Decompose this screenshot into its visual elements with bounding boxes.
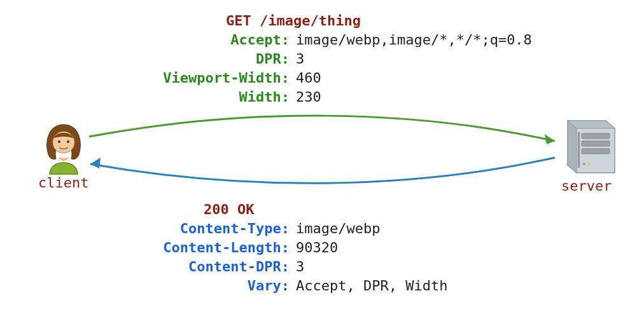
svg-marker-10 xyxy=(90,158,101,168)
http-request-header: Viewport-Width:460 xyxy=(0,69,644,88)
svg-point-7 xyxy=(583,163,585,165)
svg-marker-9 xyxy=(545,134,555,144)
http-request-header: Width:230 xyxy=(0,88,644,107)
svg-point-2 xyxy=(67,140,69,143)
svg-rect-5 xyxy=(582,149,610,154)
svg-rect-3 xyxy=(582,133,610,139)
svg-rect-6 xyxy=(578,132,580,168)
client-icon xyxy=(47,125,81,174)
http-response-line: 200 OK xyxy=(0,200,644,219)
svg-point-8 xyxy=(588,163,591,165)
http-request-block: GET /image/thing Accept:image/webp,image… xyxy=(0,11,644,107)
http-request-line: GET /image/thing xyxy=(0,11,644,31)
http-response-header: Content-Length:90320 xyxy=(0,238,644,257)
http-client-hints-diagram: GET /image/thing Accept:image/webp,image… xyxy=(0,0,644,319)
svg-point-0 xyxy=(53,132,74,153)
server-label: server xyxy=(561,178,612,194)
request-arrow xyxy=(89,116,555,144)
http-request-header: Accept:image/webp,image/*,*/*;q=0.8 xyxy=(0,31,644,50)
http-response-header: Content-Type:image/webp xyxy=(0,219,644,238)
svg-point-1 xyxy=(58,140,60,143)
http-response-header: Vary:Accept, DPR, Width xyxy=(0,276,644,295)
response-arrow xyxy=(90,158,555,183)
server-icon xyxy=(568,121,615,173)
svg-rect-4 xyxy=(582,141,610,146)
client-label: client xyxy=(38,175,88,191)
http-request-header: DPR:3 xyxy=(0,50,644,69)
http-response-header: Content-DPR:3 xyxy=(0,257,644,276)
http-response-block: 200 OK Content-Type:image/webp Content-L… xyxy=(0,200,644,295)
